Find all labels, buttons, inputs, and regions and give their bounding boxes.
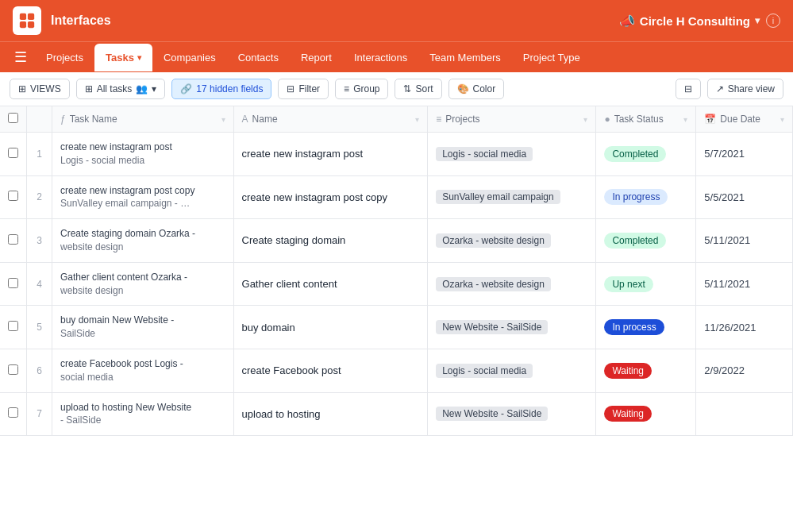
name-cell[interactable]: Gather client content <box>233 262 428 306</box>
status-cell[interactable]: Up next <box>596 262 696 306</box>
info-icon[interactable]: i <box>766 13 780 28</box>
task-name-cell[interactable]: create Facebook post Logis - social medi… <box>52 349 234 392</box>
sort-button[interactable]: ⇅ Sort <box>395 79 441 99</box>
due-date-cell: 5/5/2021 <box>696 175 793 219</box>
table-row: 4 Gather client content Ozarka - website… <box>0 262 793 306</box>
task-name-line1: Gather client content Ozarka - <box>60 271 225 284</box>
name-cell[interactable]: create new instagram post copy <box>233 175 428 219</box>
project-cell[interactable]: Logis - social media <box>428 133 596 176</box>
due-date-cell: 2/9/2022 <box>696 349 793 392</box>
row-checkbox-cell <box>0 262 27 306</box>
status-cell[interactable]: Completed <box>596 219 696 263</box>
row-checkbox-cell <box>0 306 27 349</box>
project-cell[interactable]: New Website - SailSide <box>428 392 596 436</box>
svg-rect-1 <box>28 13 34 20</box>
task-name-line1: Create staging domain Ozarka - <box>60 227 225 241</box>
project-cell[interactable]: New Website - SailSide <box>428 306 596 349</box>
row-number-cell: 6 <box>27 349 52 392</box>
logo <box>13 6 41 35</box>
name-cell[interactable]: Create staging domain <box>233 219 428 263</box>
nav-item-contacts[interactable]: Contacts <box>227 44 290 71</box>
header-projects[interactable]: ≡ Projects ▾ <box>428 106 596 133</box>
task-name-cell[interactable]: create new instagram post copy SunValley… <box>52 175 234 219</box>
filter-button[interactable]: ⊟ Filter <box>278 79 329 99</box>
sort-icon: ⇅ <box>403 83 411 94</box>
nav-item-projects[interactable]: Projects <box>35 44 94 71</box>
name-cell[interactable]: upload to hosting <box>233 392 428 436</box>
header-rownum-cell <box>27 106 52 133</box>
tasks-dropdown-icon: ▾ <box>137 53 141 62</box>
header-due-date-label: Due Date <box>720 114 760 125</box>
row-height-button[interactable]: ⊟ <box>676 79 701 99</box>
due-date-cell: 5/7/2021 <box>696 133 793 176</box>
status-cell[interactable]: Waiting <box>596 349 696 392</box>
nav-item-companies[interactable]: Companies <box>152 44 227 71</box>
table-row: 6 create Facebook post Logis - social me… <box>0 349 793 392</box>
select-all-checkbox[interactable] <box>8 113 18 123</box>
status-badge: In process <box>604 319 664 335</box>
header-checkbox-cell <box>0 106 27 133</box>
share-view-button[interactable]: ↗ Share view <box>707 79 783 99</box>
row-checkbox-5[interactable] <box>8 364 18 375</box>
task-name-line2: SunValley email campaign - … <box>60 197 225 210</box>
header-task-name[interactable]: ƒ Task Name ▾ <box>52 106 234 133</box>
task-name-cell[interactable]: Gather client content Ozarka - website d… <box>52 262 234 306</box>
project-cell[interactable]: Ozarka - website design <box>428 262 596 306</box>
row-checkbox-0[interactable] <box>8 148 18 158</box>
task-name-cell[interactable]: upload to hosting New Website - SailSide <box>52 392 234 436</box>
row-checkbox-cell <box>0 133 27 176</box>
status-badge: Waiting <box>604 406 652 422</box>
header-task-status-label: Task Status <box>614 114 664 125</box>
row-number-cell: 3 <box>27 219 52 263</box>
group-button[interactable]: ≡ Group <box>335 79 388 99</box>
task-name-cell[interactable]: create new instagram post Logis - social… <box>52 133 234 176</box>
views-button[interactable]: ⊞ VIEWS <box>10 79 70 99</box>
task-name-line2: SailSide <box>60 327 225 341</box>
name-cell[interactable]: create new instagram post <box>233 133 428 176</box>
task-name-line1: create new instagram post <box>60 141 225 154</box>
status-cell[interactable]: Waiting <box>596 392 696 436</box>
task-name-cell[interactable]: buy domain New Website - SailSide <box>52 306 234 349</box>
row-checkbox-2[interactable] <box>8 234 18 245</box>
projects-icon: ≡ <box>436 114 441 125</box>
project-cell[interactable]: Logis - social media <box>428 349 596 392</box>
row-checkbox-cell <box>0 349 27 392</box>
nav-label-tasks: Tasks <box>106 52 134 64</box>
header-name[interactable]: A Name ▾ <box>233 106 428 133</box>
nav-item-interactions[interactable]: Interactions <box>343 44 418 71</box>
all-tasks-button[interactable]: ⊞ All tasks 👥 ▾ <box>76 79 166 99</box>
workspace[interactable]: 📣 Circle H Consulting ▾ <box>619 13 760 29</box>
group-icon: ≡ <box>344 83 349 94</box>
svg-rect-0 <box>20 13 26 20</box>
table-row: 7 upload to hosting New Website - SailSi… <box>0 392 793 436</box>
views-label: VIEWS <box>30 83 61 94</box>
status-cell[interactable]: In process <box>596 306 696 349</box>
color-button[interactable]: 🎨 Color <box>448 79 505 99</box>
status-badge: Waiting <box>604 363 652 379</box>
task-name-cell[interactable]: Create staging domain Ozarka - website d… <box>52 219 234 263</box>
project-cell[interactable]: SunValley email campaign <box>428 175 596 219</box>
row-checkbox-6[interactable] <box>8 407 18 418</box>
status-cell[interactable]: Completed <box>596 133 696 176</box>
name-cell[interactable]: create Facebook post <box>233 349 428 392</box>
hamburger-icon[interactable]: ☰ <box>6 42 35 72</box>
nav-item-tasks[interactable]: Tasks ▾ <box>94 44 152 71</box>
grid-icon: ⊞ <box>85 83 93 94</box>
status-cell[interactable]: In progress <box>596 175 696 219</box>
due-date-cell: 5/11/2021 <box>696 219 793 263</box>
row-checkbox-1[interactable] <box>8 191 18 201</box>
project-cell[interactable]: Ozarka - website design <box>428 219 596 263</box>
nav-item-team-members[interactable]: Team Members <box>418 44 512 71</box>
workspace-label: Circle H Consulting <box>640 14 750 28</box>
row-checkbox-3[interactable] <box>8 278 18 288</box>
nav-item-project-type[interactable]: Project Type <box>512 44 591 71</box>
header-due-date[interactable]: 📅 Due Date ▾ <box>696 106 793 133</box>
nav-item-report[interactable]: Report <box>290 44 343 71</box>
name-cell[interactable]: buy domain <box>233 306 428 349</box>
row-checkbox-4[interactable] <box>8 321 18 331</box>
nav-label-projects: Projects <box>46 52 83 64</box>
header-task-status[interactable]: ● Task Status ▾ <box>596 106 696 133</box>
row-number-cell: 5 <box>27 306 52 349</box>
hidden-fields-button[interactable]: 🔗 17 hidden fields <box>171 79 271 99</box>
workspace-dropdown-icon: ▾ <box>755 15 760 26</box>
